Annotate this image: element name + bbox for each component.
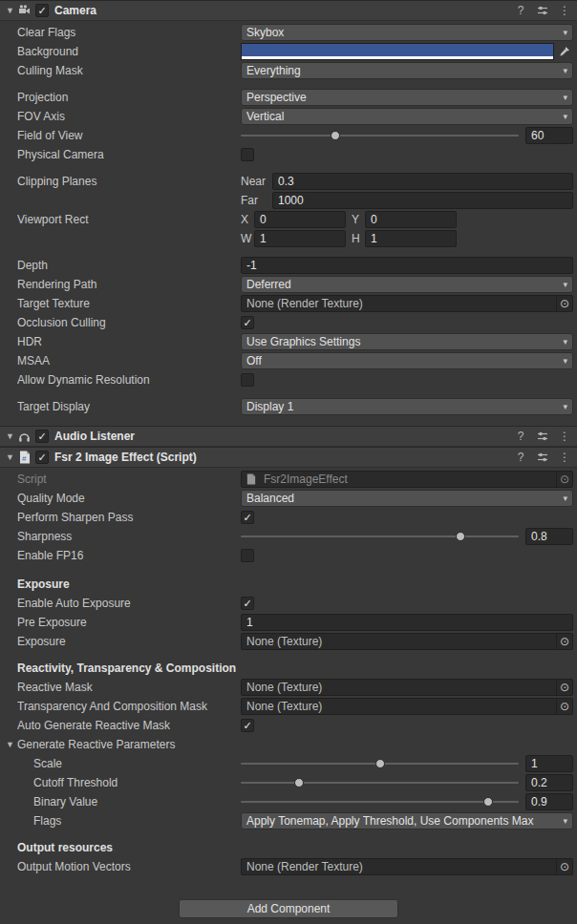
exposure-field[interactable]: None (Texture) ⊙ xyxy=(241,633,573,650)
help-icon[interactable]: ? xyxy=(514,451,527,464)
object-picker-icon[interactable]: ⊙ xyxy=(556,296,572,311)
camera-component-header[interactable]: ▼ ✓ Camera ? ⋮ xyxy=(0,0,577,21)
field-of-view-slider[interactable] xyxy=(241,127,519,144)
binary-value-input[interactable]: 0.9 xyxy=(525,793,573,810)
viewport-w-input[interactable]: 1 xyxy=(254,230,346,247)
enable-fp16-label: Enable FP16 xyxy=(17,549,241,562)
row-cutoff-threshold: Cutoff Threshold 0.2 xyxy=(0,773,577,792)
chevron-down-icon: ▾ xyxy=(563,337,567,346)
presets-icon[interactable] xyxy=(536,430,549,442)
help-icon[interactable]: ? xyxy=(514,430,527,443)
culling-mask-label: Culling Mask xyxy=(17,64,241,77)
viewport-y-input[interactable]: 0 xyxy=(365,211,457,228)
projection-label: Projection xyxy=(17,91,241,104)
scale-slider[interactable] xyxy=(241,755,519,772)
row-generate-reactive-parameters[interactable]: ▼ Generate Reactive Parameters xyxy=(0,735,577,754)
projection-dropdown[interactable]: Perspective ▾ xyxy=(241,89,573,106)
viewport-x-input[interactable]: 0 xyxy=(254,211,346,228)
hdr-dropdown[interactable]: Use Graphics Settings ▾ xyxy=(241,333,573,350)
fsr2-component-body: Script Fsr2ImageEffect ⊙ Quality Mode Ba… xyxy=(0,468,577,886)
presets-icon[interactable] xyxy=(536,5,549,16)
kebab-menu-icon[interactable]: ⋮ xyxy=(558,430,571,443)
enable-auto-exposure-checkbox[interactable]: ✓ xyxy=(241,597,254,610)
viewport-h-label: H xyxy=(352,232,365,245)
auto-generate-reactive-mask-checkbox[interactable]: ✓ xyxy=(241,719,254,732)
projection-value: Perspective xyxy=(246,91,559,104)
camera-enabled-checkbox[interactable]: ✓ xyxy=(35,4,49,17)
presets-icon[interactable] xyxy=(536,452,549,463)
binary-value-slider[interactable] xyxy=(241,793,519,810)
foldout-icon[interactable]: ▼ xyxy=(4,431,16,441)
sharpness-input[interactable]: 0.8 xyxy=(525,528,573,545)
allow-dynamic-resolution-checkbox[interactable] xyxy=(241,373,254,387)
object-picker-icon[interactable]: ⊙ xyxy=(556,472,572,487)
row-viewport-xy: Viewport Rect X 0 Y 0 xyxy=(0,210,577,229)
far-input[interactable]: 1000 xyxy=(272,192,573,209)
slider-handle[interactable] xyxy=(294,778,304,788)
object-picker-icon[interactable]: ⊙ xyxy=(556,859,572,874)
physical-camera-checkbox[interactable] xyxy=(241,148,254,161)
kebab-menu-icon[interactable]: ⋮ xyxy=(558,4,571,17)
perform-sharpen-pass-checkbox[interactable]: ✓ xyxy=(241,511,254,524)
section-output-resources: Output resources xyxy=(0,838,577,857)
flags-dropdown[interactable]: Apply Tonemap, Apply Threshold, Use Comp… xyxy=(241,812,573,830)
eyedropper-icon[interactable] xyxy=(556,43,573,60)
allow-dynamic-resolution-label: Allow Dynamic Resolution xyxy=(17,373,241,387)
depth-input[interactable]: -1 xyxy=(241,257,573,274)
pre-exposure-input[interactable]: 1 xyxy=(241,614,573,631)
transparency-mask-value: None (Texture) xyxy=(242,700,556,713)
viewport-h-input[interactable]: 1 xyxy=(365,230,457,247)
culling-mask-dropdown[interactable]: Everything ▾ xyxy=(241,62,573,79)
chevron-down-icon: ▾ xyxy=(563,816,567,826)
target-texture-field[interactable]: None (Render Texture) ⊙ xyxy=(241,295,573,312)
foldout-icon[interactable]: ▼ xyxy=(4,452,16,462)
sharpness-slider[interactable] xyxy=(241,528,519,545)
script-field[interactable]: Fsr2ImageEffect ⊙ xyxy=(241,471,573,488)
add-component-button[interactable]: Add Component xyxy=(179,899,398,918)
kebab-menu-icon[interactable]: ⋮ xyxy=(558,451,571,464)
audio-listener-header-buttons: ? ⋮ xyxy=(514,430,571,443)
object-picker-icon[interactable]: ⊙ xyxy=(556,634,572,649)
cutoff-threshold-label: Cutoff Threshold xyxy=(17,776,241,789)
field-of-view-label: Field of View xyxy=(17,129,241,142)
msaa-dropdown[interactable]: Off ▾ xyxy=(241,352,573,369)
clear-flags-dropdown[interactable]: Skybox ▾ xyxy=(241,24,573,41)
foldout-icon[interactable]: ▼ xyxy=(4,6,16,15)
cutoff-threshold-input[interactable]: 0.2 xyxy=(525,774,573,791)
slider-handle[interactable] xyxy=(456,532,465,541)
chevron-down-icon: ▾ xyxy=(563,28,567,37)
enable-fp16-checkbox[interactable] xyxy=(241,549,254,562)
occlusion-culling-checkbox[interactable]: ✓ xyxy=(241,316,254,329)
field-of-view-input[interactable]: 60 xyxy=(525,127,573,144)
transparency-mask-field[interactable]: None (Texture) ⊙ xyxy=(241,698,573,715)
cutoff-threshold-slider[interactable] xyxy=(241,774,519,791)
scale-input[interactable]: 1 xyxy=(525,755,573,772)
color-swatch[interactable] xyxy=(241,43,554,60)
help-icon[interactable]: ? xyxy=(514,4,527,17)
quality-mode-dropdown[interactable]: Balanced ▾ xyxy=(241,490,573,507)
target-display-dropdown[interactable]: Display 1 ▾ xyxy=(241,398,573,415)
reactive-mask-field[interactable]: None (Texture) ⊙ xyxy=(241,679,573,696)
fov-axis-dropdown[interactable]: Vertical ▾ xyxy=(241,108,573,125)
fsr2-enabled-checkbox[interactable]: ✓ xyxy=(35,451,49,464)
row-binary-value: Binary Value 0.9 xyxy=(0,792,577,811)
slider-handle[interactable] xyxy=(331,131,340,140)
fsr2-component-header[interactable]: ▼ # ✓ Fsr 2 Image Effect (Script) ? ⋮ xyxy=(0,447,577,468)
slider-handle[interactable] xyxy=(375,759,385,768)
chevron-down-icon: ▾ xyxy=(563,356,567,366)
output-motion-vectors-value: None (Render Texture) xyxy=(242,860,556,873)
object-picker-icon[interactable]: ⊙ xyxy=(556,680,572,695)
foldout-icon[interactable]: ▼ xyxy=(6,740,17,749)
sharpness-label: Sharpness xyxy=(17,530,241,543)
object-picker-icon[interactable]: ⊙ xyxy=(556,699,572,714)
script-icon: # xyxy=(16,451,32,464)
audio-listener-enabled-checkbox[interactable]: ✓ xyxy=(35,430,49,443)
near-input[interactable]: 0.3 xyxy=(272,173,573,190)
camera-header-buttons: ? ⋮ xyxy=(514,4,571,17)
audio-listener-component-header[interactable]: ▼ ✓ Audio Listener ? ⋮ xyxy=(0,426,577,447)
rendering-path-dropdown[interactable]: Deferred ▾ xyxy=(241,276,573,293)
background-color-field[interactable] xyxy=(241,43,573,60)
slider-handle[interactable] xyxy=(483,797,493,807)
output-resources-section-header: Output resources xyxy=(17,841,241,854)
output-motion-vectors-field[interactable]: None (Render Texture) ⊙ xyxy=(241,858,573,875)
